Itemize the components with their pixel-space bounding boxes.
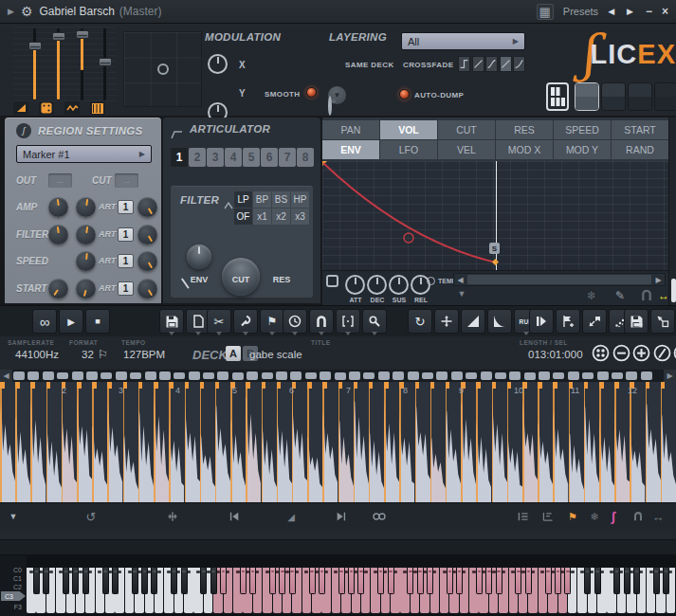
waveform-slice-31[interactable] (461, 382, 476, 502)
slice-marker[interactable] (399, 382, 401, 502)
region-speed-art-value[interactable]: 1 (118, 254, 134, 268)
tool-play-button[interactable]: ▶ (59, 309, 83, 334)
slice-marker-flag[interactable] (369, 382, 374, 389)
deck-title-value[interactable]: gabe scale (249, 349, 302, 360)
waveform-slice-36[interactable] (538, 382, 553, 502)
env-type-tab-rand[interactable]: RAND (612, 140, 668, 159)
slice-marker[interactable] (30, 382, 32, 502)
black-key-after-white-9[interactable] (112, 568, 119, 594)
slice-marker-flag[interactable] (138, 382, 143, 389)
layout-button-2[interactable] (601, 82, 626, 111)
env-type-tab-env[interactable]: ENV (322, 140, 379, 159)
fader-handle-4[interactable] (99, 58, 112, 66)
waveform-slice-28[interactable] (415, 382, 430, 502)
wavebar-prev-marker-icon[interactable] (228, 511, 240, 522)
envelope-menu-down-icon[interactable]: ▼ (458, 289, 466, 299)
waveform-slice-33[interactable] (492, 382, 507, 502)
envelope-v-scrollbar[interactable] (668, 118, 676, 305)
slice-marker-flag[interactable] (277, 382, 282, 389)
wavebar-list-view-icon[interactable] (518, 511, 530, 521)
waveform-slice-10[interactable] (138, 382, 154, 502)
slice-marker-flag[interactable] (30, 382, 35, 389)
waveform-slice-7[interactable] (92, 382, 107, 502)
tool-stop-button[interactable]: ■ (85, 309, 110, 334)
crossfade-linear-button-2[interactable] (472, 56, 484, 72)
tool-insert-marker-button[interactable] (529, 309, 554, 334)
dice-random-icon[interactable] (39, 101, 54, 115)
black-key-after-white-54-mapped[interactable] (555, 568, 561, 594)
slice-marker-flag[interactable] (246, 382, 250, 389)
slice-marker-flag[interactable] (646, 382, 650, 389)
tool-save-button[interactable] (159, 309, 184, 334)
slice-marker-flag[interactable] (169, 382, 174, 389)
waveform-slice-19[interactable] (277, 382, 292, 502)
waveform-slice-16[interactable] (230, 382, 246, 502)
slice-marker[interactable] (46, 382, 48, 502)
wavebar-next-marker-icon[interactable] (336, 511, 347, 522)
filter-mode-x3[interactable]: x3 (291, 208, 309, 225)
region-start-knob-2[interactable] (76, 279, 96, 299)
env-target-tab-cut[interactable]: CUT (438, 120, 495, 139)
slice-marker[interactable] (107, 382, 109, 502)
slice-marker[interactable] (322, 382, 324, 502)
env-type-tab-vel[interactable]: VEL (438, 140, 495, 159)
scrollbar-thumb[interactable] (467, 275, 651, 284)
slice-marker[interactable] (262, 382, 264, 502)
waveform-slice-39[interactable] (584, 382, 599, 502)
envelope-graph[interactable]: S (322, 161, 668, 270)
snap-magnet-icon[interactable] (641, 289, 653, 304)
black-key-after-white-29-mapped[interactable] (309, 568, 316, 594)
region-start-art-knob[interactable] (137, 279, 157, 299)
keyboard-grid-icon[interactable]: ▦ (537, 4, 554, 20)
articulator-3-button[interactable]: 3 (207, 148, 224, 167)
slice-marker[interactable] (446, 382, 448, 502)
articulator-5-button[interactable]: 5 (243, 148, 260, 167)
wavebar-ramp-icon[interactable]: ◢ (287, 511, 295, 521)
black-key-after-white-32-mapped[interactable] (338, 568, 345, 594)
modulation-x-knob[interactable] (208, 54, 228, 74)
slice-marker-flag[interactable] (430, 382, 435, 389)
waveform-slice-4[interactable] (46, 382, 62, 502)
zoom-minus-circle-button[interactable] (612, 344, 630, 362)
cut-value-box[interactable]: ... (115, 173, 138, 188)
slice-marker[interactable] (492, 382, 494, 502)
waveform-slice-35[interactable] (522, 382, 538, 502)
articulator-2-button[interactable]: 2 (189, 148, 206, 167)
zoom-slash-circle-button[interactable] (653, 344, 671, 362)
slice-marker[interactable] (169, 382, 171, 502)
waveform-slice-15[interactable] (215, 382, 230, 502)
slice-marker[interactable] (415, 382, 417, 502)
overview-scroll-right-icon[interactable]: ▶ (664, 370, 676, 382)
slice-marker-flag[interactable] (154, 382, 158, 389)
tool-slide-marker-button[interactable] (582, 309, 607, 334)
black-key-after-white-27-mapped[interactable] (289, 568, 296, 594)
articulator-4-button[interactable]: 4 (225, 148, 242, 167)
slice-marker[interactable] (599, 382, 601, 502)
slice-marker[interactable] (15, 382, 17, 502)
close-button[interactable]: × (662, 5, 668, 18)
filter-mode-of[interactable]: OF (234, 208, 252, 225)
fader-handle-3[interactable] (76, 30, 89, 39)
presets-label[interactable]: Presets (563, 6, 598, 17)
preset-prev-button[interactable]: ◀ (608, 7, 617, 16)
slice-marker-flag[interactable] (553, 382, 557, 389)
slice-marker-flag[interactable] (354, 382, 358, 389)
region-filter-knob-2[interactable] (76, 225, 96, 245)
region-amp-art-knob[interactable] (137, 197, 157, 217)
black-key-after-white-50-mapped[interactable] (515, 568, 521, 594)
filter-type-bp[interactable]: BP (253, 191, 271, 208)
layout-button-3[interactable] (628, 82, 652, 111)
waveform-slice-32[interactable] (476, 382, 491, 502)
tool-zoom-button[interactable] (362, 309, 387, 334)
slice-marker[interactable] (522, 382, 524, 502)
black-key-after-white-26-mapped[interactable] (279, 568, 285, 594)
tool-fade-in-button[interactable] (461, 309, 485, 334)
slice-marker-flag[interactable] (262, 382, 266, 389)
waveform-slice-26[interactable] (384, 382, 399, 502)
black-key-after-white-8[interactable] (102, 568, 109, 594)
slice-marker-flag[interactable] (107, 382, 112, 389)
black-key-after-white-11[interactable] (132, 568, 138, 594)
waveform-slice-30[interactable] (446, 382, 461, 502)
articulator-6-button[interactable]: 6 (261, 148, 278, 167)
edit-pencil-icon[interactable]: ✎ (615, 289, 625, 302)
